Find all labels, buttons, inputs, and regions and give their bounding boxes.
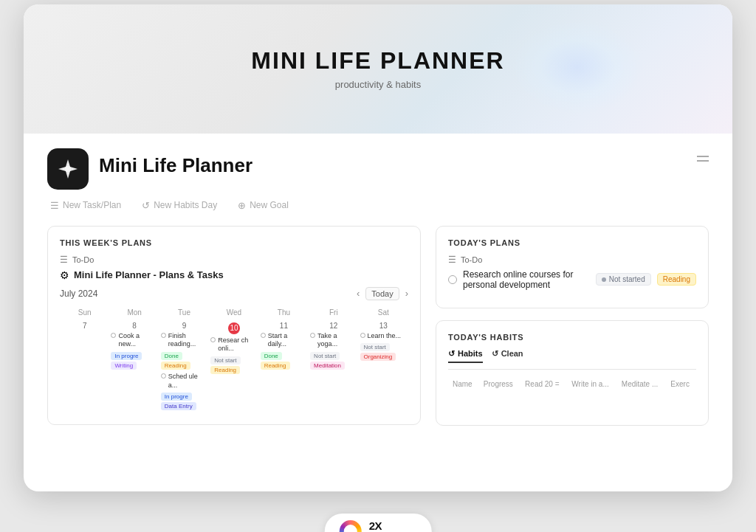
task-text: Cook a new...	[118, 332, 157, 349]
tag-reading: Reading	[210, 366, 240, 374]
status-reading-badge[interactable]: Reading	[657, 273, 696, 286]
list-item: Sched ule a...	[161, 373, 207, 390]
tag-reading: Reading	[261, 362, 290, 370]
todo-icon: ☰	[60, 255, 68, 265]
calendar-header: July 2024 ‹ Today ›	[60, 287, 408, 300]
task-row-text: Research online courses for personal dev…	[463, 269, 590, 290]
day-number-7: 7	[61, 322, 108, 330]
habits-table-header: Name Progress Read 20 = Write in a... Me…	[448, 377, 696, 391]
this-weeks-plans-title: THIS WEEK'S PLANS	[60, 238, 408, 247]
list-item: Start a daily...	[261, 332, 307, 349]
todays-plans-title: TODAY'S PLANS	[448, 238, 696, 247]
cal-day-7[interactable]: 7	[60, 320, 109, 413]
col-write: Write in a...	[567, 377, 617, 391]
calendar-row: 7 8 Cook a new...	[60, 320, 408, 413]
action-row: ☰ New Task/Plan ↺ New Habits Day ⊕ New G…	[47, 200, 709, 211]
status-not-started-badge[interactable]: Not started	[596, 273, 651, 286]
day-header-fri: Fri	[309, 306, 358, 320]
page-title: Mini Life Planner	[99, 154, 697, 177]
banner-subtitle: productivity & habits	[335, 79, 421, 90]
new-goal-label: New Goal	[250, 200, 289, 210]
cal-day-8[interactable]: 8 Cook a new... In progre Writing	[109, 320, 159, 413]
day-number-10-today: 10	[228, 322, 240, 334]
tag-data-entry: Data Entry	[161, 402, 196, 410]
planner-icon: ⚙	[60, 269, 69, 281]
tag-in-progress: In progre	[161, 393, 192, 401]
tag-done: Done	[161, 352, 182, 360]
this-weeks-plans-section: THIS WEEK'S PLANS ☰ To-Do ⚙ Mini Life Pl…	[47, 226, 421, 426]
right-column: TODAY'S PLANS ☰ To-Do Research online co…	[436, 226, 709, 438]
habits-icon: ↺	[142, 200, 150, 211]
list-item: Take a yoga...	[310, 332, 357, 349]
tag-writing: Writing	[111, 362, 137, 370]
badge-logo-inner	[344, 525, 357, 532]
cal-day-13[interactable]: 13 Learn the... Not start Organizing	[359, 320, 408, 413]
cal-day-12[interactable]: 12 Take a yoga... Not start Meditation	[309, 320, 358, 413]
badge-logo	[340, 520, 362, 532]
status-not-started-label: Not started	[609, 275, 645, 283]
planner-name: Mini Life Planner - Plans & Tasks	[74, 269, 224, 280]
todo-header: ☰ To-Do	[60, 255, 408, 265]
task-text: Start a daily...	[268, 332, 307, 349]
badge-number: 2X	[369, 519, 417, 532]
day-header-tue: Tue	[159, 306, 209, 320]
todays-todo-label: To-Do	[461, 255, 482, 264]
calendar-nav: ‹ Today ›	[357, 287, 408, 300]
tag-reading: Reading	[161, 362, 190, 370]
col-progress: Progress	[479, 377, 520, 391]
cal-day-11[interactable]: 11 Start a daily... Done Reading	[259, 320, 309, 413]
tab-habits[interactable]: ↺ Habits	[448, 349, 483, 363]
header-banner: MINI LIFE PLANNER productivity & habits	[24, 4, 732, 134]
collapse-button[interactable]	[697, 148, 709, 162]
tag-in-progress: In progre	[111, 352, 142, 360]
todays-habits-title: TODAY'S HABITS	[448, 333, 696, 342]
todays-task-row: Research online courses for personal dev…	[448, 269, 696, 290]
todays-plans-section: TODAY'S PLANS ☰ To-Do Research online co…	[436, 226, 709, 308]
calendar-grid: Sun Mon Tue Wed Thu Fri Sat	[60, 306, 408, 413]
habits-empty-cell	[448, 391, 696, 413]
main-layout: THIS WEEK'S PLANS ☰ To-Do ⚙ Mini Life Pl…	[47, 226, 709, 438]
task-circle	[261, 333, 266, 338]
app-icon	[47, 148, 89, 190]
list-item: Finish reading...	[161, 332, 207, 349]
task-circle	[161, 333, 166, 338]
new-goal-button[interactable]: ⊕ New Goal	[238, 200, 289, 211]
content-area: Mini Life Planner ☰ New Task/Plan ↺ New …	[24, 134, 732, 455]
habits-empty-row	[448, 391, 696, 413]
cal-prev-button[interactable]: ‹	[357, 288, 360, 299]
cal-day-10[interactable]: 10 Resear ch onli... Not start Reading	[209, 320, 258, 413]
todays-habits-section: TODAY'S HABITS ↺ Habits ↺ Clean	[436, 320, 709, 426]
day-header-wed: Wed	[209, 306, 258, 320]
task-text: Learn the...	[368, 332, 402, 341]
new-task-button[interactable]: ☰ New Task/Plan	[50, 200, 121, 211]
task-text: Take a yoga...	[317, 332, 357, 349]
tag-meditation: Meditation	[310, 362, 345, 370]
task-circle	[210, 337, 216, 342]
col-exercise: Exerc	[666, 377, 696, 391]
habits-tab-label: Habits	[458, 349, 483, 358]
page-header: Mini Life Planner	[47, 148, 709, 190]
app-logo-icon	[55, 156, 80, 182]
status-reading-label: Reading	[663, 275, 690, 283]
day-number-8: 8	[111, 322, 157, 330]
tag-not-started: Not start	[310, 352, 340, 360]
day-number-12: 12	[310, 322, 357, 330]
badge-text-area: 2X PLANNERS	[369, 519, 417, 532]
cal-day-9[interactable]: 9 Finish reading... Done Reading	[159, 320, 209, 413]
cal-next-button[interactable]: ›	[405, 288, 408, 299]
svg-point-0	[65, 166, 71, 172]
tab-clean[interactable]: ↺ Clean	[492, 349, 523, 363]
left-column: THIS WEEK'S PLANS ☰ To-Do ⚙ Mini Life Pl…	[47, 226, 421, 438]
calendar-month: July 2024	[60, 289, 97, 299]
habits-table: Name Progress Read 20 = Write in a... Me…	[448, 377, 696, 413]
calendar-day-headers: Sun Mon Tue Wed Thu Fri Sat	[60, 306, 408, 320]
clean-tab-icon: ↺	[492, 349, 498, 359]
new-task-label: New Task/Plan	[63, 200, 121, 210]
banner-title: MINI LIFE PLANNER	[251, 47, 504, 75]
task-text: Resear ch onli...	[218, 336, 257, 353]
task-circle	[111, 333, 116, 338]
task-circle	[360, 333, 365, 338]
day-header-mon: Mon	[109, 306, 159, 320]
new-habits-button[interactable]: ↺ New Habits Day	[142, 200, 217, 211]
today-button[interactable]: Today	[365, 287, 399, 300]
